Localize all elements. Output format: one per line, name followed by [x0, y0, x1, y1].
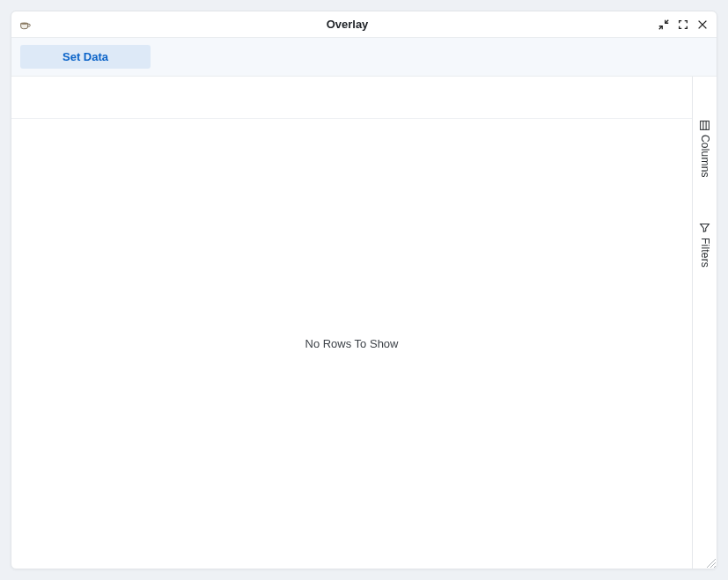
app-icon	[18, 18, 33, 32]
side-tab-filters-label: Filters	[699, 238, 711, 268]
toolbar: Set Data	[11, 38, 717, 77]
data-grid: No Rows To Show	[11, 77, 692, 569]
side-tab-filters[interactable]: Filters	[699, 222, 711, 268]
maximize-icon[interactable]	[676, 18, 690, 32]
close-icon[interactable]	[695, 18, 710, 32]
columns-icon	[699, 119, 711, 131]
grid-body: No Rows To Show	[11, 119, 692, 569]
side-tab-columns-label: Columns	[699, 135, 711, 178]
svg-line-6	[714, 566, 716, 568]
filter-icon	[699, 222, 711, 234]
content-area: No Rows To Show Columns	[11, 77, 717, 569]
grid-header-row	[11, 77, 692, 119]
side-tab-columns[interactable]: Columns	[699, 119, 711, 178]
titlebar: Overlay	[11, 11, 717, 38]
empty-rows-message: No Rows To Show	[305, 337, 399, 350]
minimize-icon[interactable]	[657, 18, 671, 32]
grid-side-panel: Columns Filters	[692, 77, 717, 569]
set-data-button[interactable]: Set Data	[20, 45, 151, 69]
window-controls	[657, 18, 710, 32]
svg-rect-1	[701, 121, 710, 129]
window-title: Overlay	[38, 18, 657, 31]
resize-handle[interactable]	[704, 556, 717, 569]
svg-point-0	[21, 22, 28, 24]
overlay-window: Overlay	[11, 11, 717, 569]
